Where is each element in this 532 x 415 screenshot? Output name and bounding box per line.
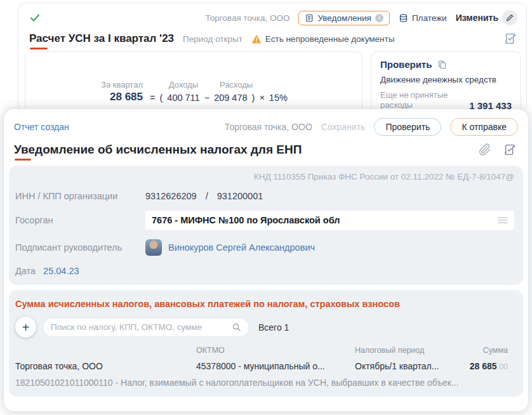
signer-name-link[interactable]: Винокуров Сергей Александрович bbox=[168, 242, 315, 253]
report-scroll-icon[interactable] bbox=[503, 32, 517, 46]
enp-notification-card: Отчет создан Торговая точка, ООО Сохрани… bbox=[4, 109, 528, 411]
search-field bbox=[43, 318, 249, 337]
payments-button[interactable]: Платежи bbox=[399, 13, 447, 23]
inn-kpp-row: ИНН / КПП организации 9312626209 / 93120… bbox=[15, 191, 514, 201]
signer-label: Подписант руководитель bbox=[15, 242, 145, 253]
title-underline bbox=[15, 159, 31, 161]
sum-fraction: .00 bbox=[497, 362, 508, 371]
notifications-label: Уведомления bbox=[317, 13, 371, 23]
expense-label: Расходы bbox=[215, 80, 258, 89]
col-sum: Сумма bbox=[464, 346, 514, 355]
expenses-value: 209 478 bbox=[214, 93, 247, 103]
tax-formula: = ( 400 711 − 209 478 ) × 15% bbox=[150, 93, 288, 103]
search-icon[interactable] bbox=[232, 322, 241, 332]
kpp-value: 931200001 bbox=[217, 191, 263, 201]
report-title-row: Расчет УСН за I квартал '23 Период откры… bbox=[18, 32, 526, 46]
payments-label: Платежи bbox=[412, 13, 447, 23]
send-button[interactable]: К отправке bbox=[450, 118, 518, 136]
sum-integer: 28 685 bbox=[470, 361, 497, 371]
report-card-header: Торговая точка, ООО Уведомления i Платеж… bbox=[18, 3, 526, 25]
report-title: Расчет УСН за I квартал '23 bbox=[29, 32, 174, 45]
gov-agency-row: Госорган 7676 - МИФНС №100 по Ярославско… bbox=[15, 211, 514, 230]
table-row[interactable]: Торговая точка, ООО 45378000 - муниципал… bbox=[15, 361, 514, 371]
total-count: Всего 1 bbox=[258, 322, 289, 333]
pencil-icon bbox=[502, 10, 517, 25]
success-check-icon bbox=[29, 12, 41, 23]
edit-label: Изменить bbox=[456, 13, 498, 23]
left-paren: ( bbox=[159, 93, 163, 103]
table-header: ОКТМО Налоговый период Сумма bbox=[15, 346, 514, 355]
notification-title-row: Уведомление об исчисленных налогах для Е… bbox=[4, 136, 528, 157]
paperclip-icon[interactable] bbox=[479, 143, 491, 156]
gov-agency-value: 7676 - МИФНС №100 по Ярославской обл bbox=[152, 215, 340, 225]
menu-icon[interactable] bbox=[498, 216, 508, 225]
requisites-section: КНД 1110355 Приказ ФНС России от 02.11.2… bbox=[9, 166, 523, 285]
col-period: Налоговый период bbox=[355, 346, 464, 355]
org-name: Торговая точка, ООО bbox=[225, 122, 312, 132]
knd-order-line: КНД 1110355 Приказ ФНС России от 02.11.2… bbox=[15, 172, 514, 181]
gov-agency-select[interactable]: 7676 - МИФНС №100 по Ярославской обл bbox=[145, 211, 514, 230]
report-status: Отчет создан bbox=[14, 122, 69, 132]
notification-header: Отчет создан Торговая точка, ООО Сохрани… bbox=[4, 109, 528, 136]
warning-icon bbox=[251, 34, 262, 44]
date-label: Дата bbox=[15, 266, 36, 276]
taxes-section: Сумма исчисленных налогов, авансовых пла… bbox=[9, 290, 523, 397]
org-name: Торговая точка, ООО bbox=[206, 13, 290, 23]
page: Торговая точка, ООО Уведомления i Платеж… bbox=[0, 0, 532, 415]
usn-report-card: Торговая точка, ООО Уведомления i Платеж… bbox=[18, 3, 527, 112]
row-period: Октябрь/1 квартал... bbox=[355, 361, 464, 371]
inn-kpp-separator: / bbox=[206, 191, 208, 201]
gov-agency-label: Госорган bbox=[15, 215, 145, 225]
coins-icon bbox=[399, 13, 408, 23]
inn-kpp-value: 9312626209 / 931200001 bbox=[145, 191, 263, 201]
doc-scroll-icon[interactable] bbox=[503, 143, 517, 157]
quarter-label: За квартал bbox=[79, 80, 143, 89]
taxes-section-title: Сумма исчисленных налогов, авансовых пла… bbox=[15, 296, 514, 309]
title-underline bbox=[30, 48, 48, 49]
right-paren: ) bbox=[252, 93, 255, 103]
row-org: Торговая точка, ООО bbox=[15, 361, 196, 371]
tax-total: 28 685 bbox=[79, 91, 143, 103]
notifications-button[interactable]: Уведомления i bbox=[298, 11, 389, 25]
signer-avatar bbox=[145, 239, 162, 256]
equals-sign: = bbox=[150, 93, 155, 103]
row-sum: 28 685.00 bbox=[464, 361, 514, 371]
edit-button[interactable]: Изменить bbox=[456, 10, 517, 25]
times-sign: × bbox=[259, 93, 264, 103]
save-button[interactable]: Сохранить bbox=[321, 122, 366, 132]
copy-icon[interactable] bbox=[437, 60, 447, 70]
minus-sign: − bbox=[204, 93, 209, 103]
income-label: Доходы bbox=[164, 80, 203, 89]
cashflow-link[interactable]: Движение денежных средств bbox=[380, 75, 512, 84]
date-row: Дата 25.04.23 bbox=[15, 266, 514, 276]
period-status: Период открыт bbox=[183, 34, 243, 44]
notification-title: Уведомление об исчисленных налогах для Е… bbox=[14, 143, 302, 157]
check-card-title-row: Проверить bbox=[380, 59, 512, 70]
kbk-description: 18210501021011000110 - Налог, взимаемый … bbox=[15, 378, 514, 388]
col-oktmo: ОКТМО bbox=[196, 346, 355, 355]
date-value-link[interactable]: 25.04.23 bbox=[43, 266, 79, 276]
inn-kpp-label: ИНН / КПП организации bbox=[15, 191, 145, 201]
inn-value: 9312626209 bbox=[145, 191, 197, 201]
search-row: + Всего 1 bbox=[15, 317, 514, 338]
income-value: 400 711 bbox=[167, 93, 199, 103]
row-oktmo: 45378000 - муниципальный о... bbox=[196, 361, 355, 371]
notebook-icon bbox=[305, 13, 314, 23]
tax-rate: 15% bbox=[269, 93, 288, 103]
pending-expenses-label: Еще не принятые расходы bbox=[380, 90, 458, 111]
check-title: Проверить bbox=[380, 59, 432, 70]
search-input[interactable] bbox=[51, 322, 232, 332]
signer-row: Подписант руководитель Винокуров Сергей … bbox=[15, 239, 514, 256]
check-button[interactable]: Проверить bbox=[374, 118, 441, 136]
pending-expenses-row: Еще не принятые расходы 1 391 433 bbox=[380, 90, 512, 111]
add-tax-button[interactable]: + bbox=[15, 317, 36, 338]
warning-message: Есть непроведенные документы bbox=[251, 34, 395, 44]
info-icon[interactable]: i bbox=[375, 14, 383, 22]
